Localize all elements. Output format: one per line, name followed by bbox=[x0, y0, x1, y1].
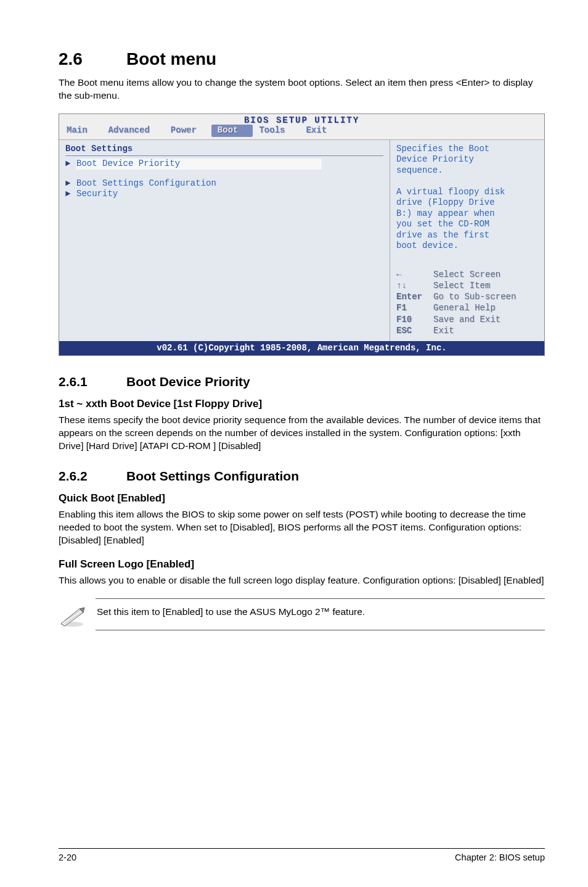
subsection-number: 2.6.2 bbox=[59, 469, 126, 484]
bios-menu-item-boot-settings-config[interactable]: ►Boot Settings Configuration bbox=[65, 178, 383, 189]
bios-item-label: Boot Device Priority bbox=[76, 159, 322, 170]
option-heading-quick-boot: Quick Boot [Enabled] bbox=[59, 492, 545, 505]
help-line: A virtual floopy disk bbox=[396, 187, 539, 198]
pencil-note-icon bbox=[59, 605, 86, 627]
bios-tab-tools[interactable]: Tools bbox=[253, 125, 300, 137]
bios-left-heading: Boot Settings bbox=[65, 144, 383, 155]
help-line: drive as the first bbox=[396, 230, 539, 241]
section-number: 2.6 bbox=[59, 49, 126, 69]
note-block: Set this item to [Enabled] to use the AS… bbox=[59, 598, 545, 630]
nav-label: Exit bbox=[433, 325, 454, 336]
divider bbox=[65, 155, 383, 156]
nav-key-f10: F10 bbox=[396, 314, 433, 325]
bios-tab-exit[interactable]: Exit bbox=[300, 125, 341, 137]
page-number: 2-20 bbox=[59, 852, 76, 862]
help-line: you set the CD-ROM bbox=[396, 219, 539, 230]
option-body: Enabling this item allows the BIOS to sk… bbox=[59, 508, 545, 547]
nav-label: Select Screen bbox=[433, 269, 500, 280]
option-heading-full-screen-logo: Full Screen Logo [Enabled] bbox=[59, 558, 545, 571]
help-line: B:) may appear when bbox=[396, 208, 539, 220]
bios-menu-item-security[interactable]: ►Security bbox=[65, 189, 383, 200]
nav-label: Select Item bbox=[433, 280, 490, 291]
submenu-arrow-icon: ► bbox=[65, 189, 76, 200]
bios-left-panel: Boot Settings ►Boot Device Priority ►Boo… bbox=[59, 139, 390, 341]
help-line: sequence. bbox=[396, 165, 539, 176]
note-divider-bottom bbox=[96, 630, 545, 630]
nav-label: General Help bbox=[433, 302, 496, 313]
nav-key-esc: ESC bbox=[396, 325, 433, 336]
note-text: Set this item to [Enabled] to use the AS… bbox=[97, 606, 365, 617]
bios-item-label: Boot Settings Configuration bbox=[76, 178, 216, 188]
nav-key-enter: Enter bbox=[396, 291, 433, 302]
section-intro: The Boot menu items allow you to change … bbox=[59, 76, 545, 102]
bios-right-panel: Specifies the Boot Device Priority seque… bbox=[390, 139, 544, 341]
nav-key-left-arrow-icon: ← bbox=[396, 269, 433, 280]
bios-tab-power[interactable]: Power bbox=[165, 125, 211, 137]
bios-copyright-footer: v02.61 (C)Copyright 1985-2008, American … bbox=[59, 341, 544, 356]
help-line: boot device. bbox=[396, 241, 539, 252]
subsection-heading-261: 2.6.1Boot Device Priority bbox=[59, 374, 545, 389]
nav-label: Go to Sub-screen bbox=[433, 291, 516, 302]
help-line: Specifies the Boot bbox=[396, 144, 539, 155]
section-heading: 2.6Boot menu bbox=[59, 49, 545, 69]
subsection-heading-262: 2.6.2Boot Settings Configuration bbox=[59, 469, 545, 484]
nav-key-updown-arrow-icon: ↑↓ bbox=[396, 280, 433, 291]
help-line: drive (Floppy Drive bbox=[396, 197, 539, 208]
note-divider-top bbox=[96, 598, 545, 599]
chapter-label: Chapter 2: BIOS setup bbox=[455, 852, 545, 862]
bios-screenshot: BIOS SETUP UTILITY Main Advanced Power B… bbox=[59, 113, 545, 357]
submenu-arrow-icon: ► bbox=[65, 159, 76, 170]
nav-key-f1: F1 bbox=[396, 302, 433, 313]
subsection-title: Boot Settings Configuration bbox=[126, 469, 299, 483]
option-body: These items specify the boot device prio… bbox=[59, 414, 545, 453]
bios-tab-advanced[interactable]: Advanced bbox=[102, 125, 165, 137]
help-line: Device Priority bbox=[396, 154, 539, 165]
subsection-title: Boot Device Priority bbox=[126, 374, 250, 389]
bios-tab-main[interactable]: Main bbox=[60, 125, 102, 137]
bios-help-text: Specifies the Boot Device Priority seque… bbox=[396, 144, 539, 252]
nav-label: Save and Exit bbox=[433, 314, 500, 325]
section-title-text: Boot menu bbox=[126, 49, 216, 68]
submenu-arrow-icon: ► bbox=[65, 178, 76, 189]
option-heading-1st-boot-device: 1st ~ xxth Boot Device [1st Floppy Drive… bbox=[59, 398, 545, 410]
bios-nav-legend: ←Select Screen ↑↓Select Item EnterGo to … bbox=[396, 269, 539, 336]
bios-menu-item-boot-device-priority[interactable]: ►Boot Device Priority bbox=[65, 159, 383, 170]
bios-item-label: Security bbox=[76, 189, 118, 199]
page-footer: 2-20 Chapter 2: BIOS setup bbox=[59, 848, 545, 862]
subsection-number: 2.6.1 bbox=[59, 374, 126, 389]
bios-tab-row: Main Advanced Power Boot Tools Exit bbox=[59, 125, 544, 138]
option-body: This allows you to enable or disable the… bbox=[59, 574, 545, 587]
bios-tab-boot[interactable]: Boot bbox=[211, 125, 253, 137]
help-line bbox=[396, 176, 539, 187]
